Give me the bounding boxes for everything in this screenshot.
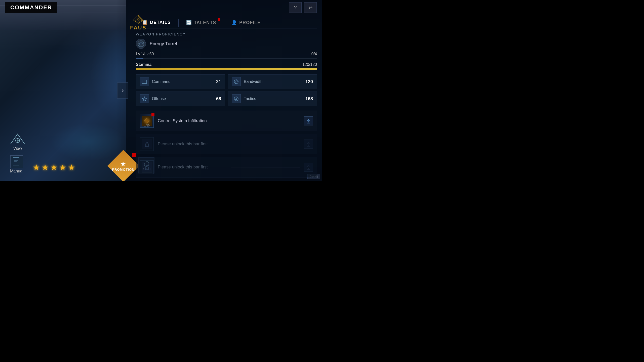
tab-talents[interactable]: 🔄 TALENTS [180,18,223,28]
skill-1-icon-inner [142,139,152,149]
svg-rect-8 [142,80,147,83]
weapon-name: Energy Turret [150,41,177,47]
tab-separator-2 [224,19,224,27]
stat-offense[interactable]: Offense 68 [136,92,225,106]
level-bar [136,58,317,59]
svg-point-24 [146,145,147,146]
talents-icon: 🔄 [186,20,192,25]
level-row: Lv.1/Lv.50 0/4 [136,52,317,56]
bandwidth-value: 120 [305,79,313,84]
tactics-value: 168 [305,96,313,102]
help-button[interactable]: ? [289,2,302,13]
svg-point-3 [139,42,142,45]
offense-value: 68 [216,96,221,102]
right-panel: 📋 DETAILS 🔄 TALENTS 👤 PROFILE WEAPON PRO… [131,15,322,181]
offense-label: Offense [152,97,213,101]
tab-details-label: DETAILS [150,20,171,25]
details-icon: 📋 [142,20,148,25]
skill-0-icon-box: 1/10 [140,114,154,128]
svg-rect-36 [14,160,18,161]
level-bar-fill [136,58,143,59]
star-5: ★ [68,163,75,172]
skill-bar-1: Please unlock this bar first [136,134,317,154]
talents-badge [218,18,220,21]
tabs-container: 📋 DETAILS 🔄 TALENTS 👤 PROFILE [136,18,317,28]
stamina-label: Stamina [136,62,151,67]
skill-0-count: 1/10 [140,124,153,127]
view-label: View [13,146,22,151]
stamina-bar [136,68,317,70]
bandwidth-label: Bandwidth [244,79,302,84]
star-3: ★ [50,163,58,172]
view-button[interactable]: View [10,133,25,151]
command-value: 21 [216,79,221,84]
skill-1-name: Please unlock this bar first [158,142,227,147]
tactics-label: Tactics [244,97,302,101]
offense-icon [140,94,149,103]
tab-details[interactable]: 📋 DETAILS [136,18,177,28]
tactics-icon [232,94,241,103]
svg-point-16 [146,120,148,122]
command-icon [140,77,149,86]
svg-point-33 [17,140,19,142]
weapon-proficiency-label: WEAPON PROFICIENCY [136,32,317,36]
svg-rect-38 [14,163,17,163]
svg-point-28 [146,168,147,169]
svg-rect-37 [14,161,17,162]
skill-0-name: Control System Infiltration [158,118,227,123]
stars-row: ★ ★ ★ ★ ★ [33,163,75,172]
skill-bar-0[interactable]: 1/10 Control System Infiltration [136,111,317,131]
top-bar: COMMANDER ? ↩ [0,0,322,15]
svg-point-22 [308,121,309,122]
commander-title: COMMANDER [5,2,57,13]
star-4: ★ [59,163,66,172]
manual-label: Manual [10,169,23,173]
level-fraction: 0/4 [311,52,317,56]
skill-0-badge [151,113,154,116]
svg-point-30 [308,168,309,169]
svg-rect-35 [14,159,18,159]
skill-2-name: Please unlock this bar first [158,165,227,170]
svg-point-26 [308,145,309,146]
skill-0-connector [231,121,300,121]
stamina-row: Stamina 120/120 [136,62,317,67]
weapon-icon [136,39,146,49]
tab-profile[interactable]: 👤 PROFILE [225,18,267,28]
expand-arrow-button[interactable]: › [117,82,128,99]
profile-icon: 👤 [231,20,237,25]
skill-2-connector [231,167,300,167]
stamina-value: 120/120 [302,62,317,67]
top-buttons: ? ↩ [289,2,317,13]
command-label: Command [152,79,213,84]
stamina-bar-fill [136,68,317,70]
back-button[interactable]: ↩ [304,2,317,13]
manual-icon [10,155,23,168]
skill-2-icon-box [140,160,154,174]
view-icon [10,133,25,145]
stats-grid: Command 21 Bandwidth 120 Of [136,74,317,106]
skill-0-lock[interactable] [304,116,313,125]
tab-separator-1 [178,19,179,27]
tab-talents-label: TALENTS [194,20,216,25]
weapon-row: Energy Turret [136,39,317,49]
star-1: ★ [33,163,40,172]
star-2: ★ [42,163,49,172]
skill-1-lock [304,140,313,149]
bandwidth-icon [232,77,241,86]
manual-button[interactable]: Manual [10,155,23,173]
stat-command[interactable]: Command 21 [136,74,225,89]
skill-2-icon-inner [142,162,152,172]
skill-1-connector [231,144,300,144]
skill-2-lock [304,163,313,172]
level-text: Lv.1/Lv.50 [136,52,154,56]
skill-1-icon-box [140,137,154,151]
tab-profile-label: PROFILE [239,20,261,25]
stat-tactics[interactable]: Tactics 168 [228,92,317,106]
stat-bandwidth[interactable]: Bandwidth 120 [228,74,317,89]
skill-bar-2: Please unlock this bar first [136,157,317,177]
